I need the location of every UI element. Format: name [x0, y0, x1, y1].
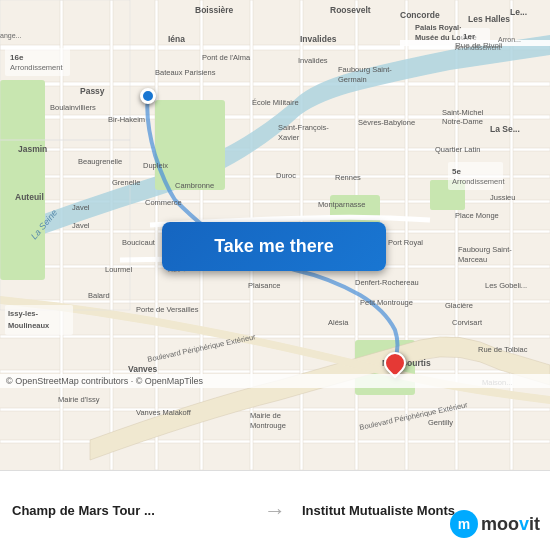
- svg-text:Concorde: Concorde: [400, 10, 440, 20]
- svg-text:Javel: Javel: [72, 203, 90, 212]
- svg-text:Saint-François-: Saint-François-: [278, 123, 329, 132]
- map-container: La Seine Rue de Rivoli Boulevard Périphé…: [0, 0, 550, 470]
- moovit-brand-name: moovit: [481, 514, 540, 535]
- svg-text:5e: 5e: [452, 167, 461, 176]
- svg-text:Corvisart: Corvisart: [452, 318, 483, 327]
- take-me-there-button[interactable]: Take me there: [162, 222, 386, 271]
- svg-text:Invalides: Invalides: [300, 34, 337, 44]
- svg-text:Vanves: Vanves: [128, 364, 158, 374]
- svg-text:Palais Royal·: Palais Royal·: [415, 23, 461, 32]
- svg-text:Duroc: Duroc: [276, 171, 296, 180]
- svg-text:Beaugrenelle: Beaugrenelle: [78, 157, 122, 166]
- svg-text:Rennes: Rennes: [335, 173, 361, 182]
- svg-text:Glacière: Glacière: [445, 301, 473, 310]
- svg-text:Moulineaux: Moulineaux: [8, 321, 50, 330]
- svg-text:Gentilly: Gentilly: [428, 418, 453, 427]
- svg-text:Jasmin: Jasmin: [18, 144, 47, 154]
- svg-rect-11: [0, 370, 550, 373]
- svg-text:Roosevelt: Roosevelt: [330, 5, 371, 15]
- svg-rect-13: [0, 440, 550, 443]
- svg-text:Passy: Passy: [80, 86, 105, 96]
- svg-text:Port Royal: Port Royal: [388, 238, 423, 247]
- svg-text:Les Gobeli...: Les Gobeli...: [485, 281, 527, 290]
- svg-text:Rue de Tolbiac: Rue de Tolbiac: [478, 345, 528, 354]
- svg-text:Faubourg Saint-: Faubourg Saint-: [458, 245, 512, 254]
- svg-text:École Militaire: École Militaire: [252, 98, 299, 107]
- svg-rect-23: [510, 0, 513, 470]
- svg-text:Cambronne: Cambronne: [175, 181, 214, 190]
- route-arrow: →: [256, 498, 294, 524]
- svg-text:Place Monge: Place Monge: [455, 211, 499, 220]
- moovit-logo: m moovit: [450, 510, 540, 538]
- svg-text:Bateaux Parisiens: Bateaux Parisiens: [155, 68, 216, 77]
- svg-text:16e: 16e: [10, 53, 24, 62]
- svg-text:Dupleix: Dupleix: [143, 161, 168, 170]
- svg-text:Balard: Balard: [88, 291, 110, 300]
- route-from: Champ de Mars Tour ...: [12, 503, 256, 518]
- svg-text:Montrouge: Montrouge: [250, 421, 286, 430]
- svg-text:Arrondissement: Arrondissement: [455, 44, 501, 51]
- svg-text:Arron...: Arron...: [498, 36, 521, 43]
- svg-rect-22: [455, 0, 458, 470]
- svg-text:Javel: Javel: [72, 221, 90, 230]
- svg-text:Boucicaut: Boucicaut: [122, 238, 156, 247]
- svg-text:Arrondissement: Arrondissement: [10, 63, 63, 72]
- svg-rect-24: [155, 100, 225, 190]
- svg-text:Plaisance: Plaisance: [248, 281, 281, 290]
- svg-text:Commerce: Commerce: [145, 198, 182, 207]
- svg-text:Marceau: Marceau: [458, 255, 487, 264]
- svg-text:Petit Montrouge: Petit Montrouge: [360, 298, 413, 307]
- svg-text:Pont de l'Alma: Pont de l'Alma: [202, 53, 251, 62]
- svg-text:Denfert-Rochereau: Denfert-Rochereau: [355, 278, 419, 287]
- svg-text:Xavier: Xavier: [278, 133, 300, 142]
- svg-text:Boulainvilliers: Boulainvilliers: [50, 103, 96, 112]
- svg-text:1er: 1er: [463, 32, 475, 41]
- svg-text:Lourmel: Lourmel: [105, 265, 132, 274]
- svg-text:La Se...: La Se...: [490, 124, 520, 134]
- svg-text:Auteuil: Auteuil: [15, 192, 44, 202]
- svg-text:Vanves Malakoff: Vanves Malakoff: [136, 408, 192, 417]
- svg-text:Montparnasse: Montparnasse: [318, 200, 366, 209]
- svg-rect-15: [110, 0, 113, 470]
- svg-text:Germain: Germain: [338, 75, 367, 84]
- map-attribution: © OpenStreetMap contributors · © OpenMap…: [0, 374, 550, 388]
- svg-text:Iéna: Iéna: [168, 34, 185, 44]
- svg-rect-10: [0, 335, 550, 338]
- svg-text:Notre-Dame: Notre-Dame: [442, 117, 483, 126]
- svg-text:Les Halles: Les Halles: [468, 14, 510, 24]
- svg-text:Invalides: Invalides: [298, 56, 328, 65]
- origin-station-name: Champ de Mars Tour ...: [12, 503, 248, 518]
- svg-text:Jussieu: Jussieu: [490, 193, 515, 202]
- svg-rect-25: [0, 80, 45, 280]
- svg-text:Mairie de: Mairie de: [250, 411, 281, 420]
- svg-text:Sèvres-Babylone: Sèvres-Babylone: [358, 118, 415, 127]
- svg-text:Issy-les-: Issy-les-: [8, 309, 39, 318]
- moovit-icon: m: [450, 510, 478, 538]
- svg-text:ange...: ange...: [0, 32, 21, 40]
- svg-text:Alésia: Alésia: [328, 318, 349, 327]
- svg-text:Le...: Le...: [510, 7, 527, 17]
- svg-text:Mairie d'Issy: Mairie d'Issy: [58, 395, 100, 404]
- bottom-bar: Champ de Mars Tour ... → Institut Mutual…: [0, 470, 550, 550]
- svg-text:Porte de Versailles: Porte de Versailles: [136, 305, 199, 314]
- svg-text:Quartier Latin: Quartier Latin: [435, 145, 480, 154]
- origin-marker: [140, 88, 156, 104]
- svg-text:Arrondissement: Arrondissement: [452, 177, 505, 186]
- svg-text:Boissière: Boissière: [195, 5, 234, 15]
- svg-text:Bir-Hakeim: Bir-Hakeim: [108, 115, 145, 124]
- svg-text:Grenelle: Grenelle: [112, 178, 140, 187]
- svg-text:Faubourg Saint-: Faubourg Saint-: [338, 65, 392, 74]
- svg-text:Saint-Michel: Saint-Michel: [442, 108, 484, 117]
